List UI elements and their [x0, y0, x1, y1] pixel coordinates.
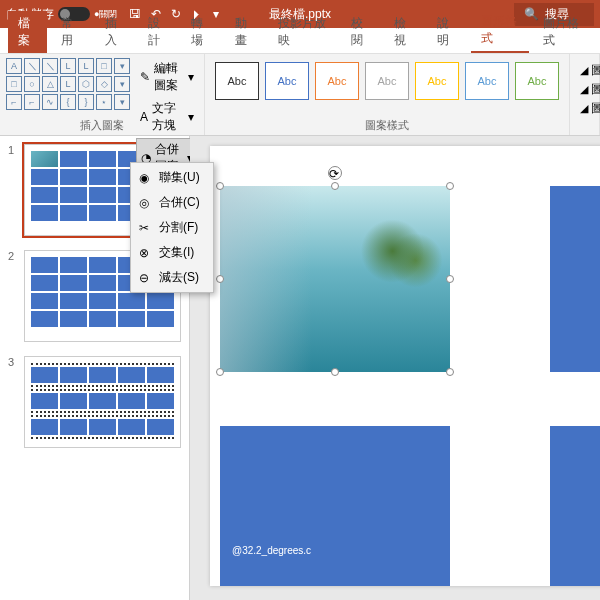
menu-combine[interactable]: ◎合併(C) [131, 190, 213, 215]
tab-design[interactable]: 設計 [138, 11, 177, 53]
selected-image[interactable]: ⟳ [220, 186, 450, 372]
tab-review[interactable]: 校閱 [341, 11, 380, 53]
group-shape-styles: 圖案樣式 [205, 118, 569, 133]
subtract-icon: ⊖ [139, 271, 153, 285]
thumb-number: 3 [8, 356, 18, 448]
resize-handle-ne[interactable] [446, 182, 454, 190]
slide[interactable]: ⟳ @32.2_degrees.c [210, 146, 600, 586]
shape-fill-button[interactable]: ◢圖 [580, 62, 589, 79]
tab-view[interactable]: 檢視 [384, 11, 423, 53]
resize-handle-nw[interactable] [216, 182, 224, 190]
tab-picture-format[interactable]: 圖片格式 [533, 11, 592, 53]
shape-rect[interactable] [220, 426, 450, 586]
resize-handle-e[interactable] [446, 275, 454, 283]
tab-insert[interactable]: 插入 [95, 11, 134, 53]
shape-outline-button[interactable]: ◢圖 [580, 81, 589, 98]
combine-icon: ◎ [139, 196, 153, 210]
slide-canvas[interactable]: ⟳ @32.2_degrees.c [190, 136, 600, 600]
union-icon: ◉ [139, 171, 153, 185]
resize-handle-s[interactable] [331, 368, 339, 376]
menu-union[interactable]: ◉聯集(U) [131, 165, 213, 190]
thumbnail-3[interactable] [24, 356, 181, 448]
menu-intersect[interactable]: ⊗交集(I) [131, 240, 213, 265]
shape-rect[interactable] [550, 186, 600, 372]
tab-shape-format[interactable]: 圖形格式 [471, 9, 530, 53]
shape-effects-button[interactable]: ◢圖 [580, 100, 589, 117]
merge-shapes-menu: ◉聯集(U) ◎合併(C) ✂分割(F) ⊗交集(I) ⊖減去(S) [130, 162, 214, 293]
intersect-icon: ⊗ [139, 246, 153, 260]
shape-rect[interactable] [550, 426, 600, 586]
edit-shape-icon: ✎ [140, 70, 150, 84]
tab-help[interactable]: 說明 [427, 11, 466, 53]
thumb-number: 2 [8, 250, 18, 342]
slide-caption: @32.2_degrees.c [232, 545, 311, 556]
menu-subtract[interactable]: ⊖減去(S) [131, 265, 213, 290]
tab-transitions[interactable]: 轉場 [181, 11, 220, 53]
resize-handle-n[interactable] [331, 182, 339, 190]
rotate-handle[interactable]: ⟳ [328, 166, 342, 180]
resize-handle-w[interactable] [216, 275, 224, 283]
resize-handle-sw[interactable] [216, 368, 224, 376]
shape-styles-gallery[interactable]: Abc Abc Abc Abc Abc Abc Abc [211, 58, 563, 104]
edit-shape-button[interactable]: ✎編輯圖案▾ [136, 58, 198, 96]
filename: 最終檔.pptx [269, 6, 331, 23]
group-insert-shapes: 插入圖案 [0, 118, 204, 133]
fragment-icon: ✂ [139, 221, 153, 235]
menu-fragment[interactable]: ✂分割(F) [131, 215, 213, 240]
tab-file[interactable]: 檔案 [8, 11, 47, 53]
tab-home[interactable]: 常用 [51, 11, 90, 53]
resize-handle-se[interactable] [446, 368, 454, 376]
tab-animations[interactable]: 動畫 [225, 11, 264, 53]
